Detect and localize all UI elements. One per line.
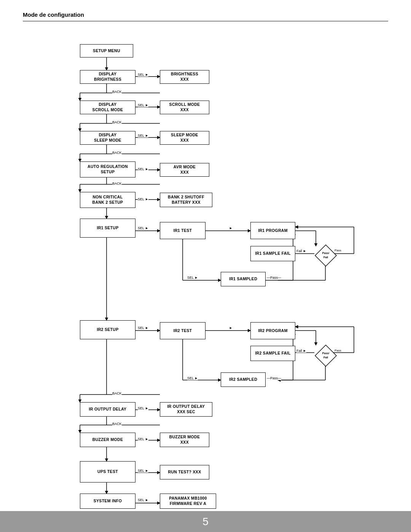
ups-test-box: UPS TEST xyxy=(80,461,135,482)
back-label-3: BACK xyxy=(112,151,122,155)
ir-output-delay-box: IR OUTPUT DELAY xyxy=(80,402,135,417)
flow-wrapper: SETUP MENU DISPLAY BRIGHTNESS BRIGHTNESS… xyxy=(42,37,369,516)
scroll-mode-xxx-box: SCROLL MODE XXX xyxy=(160,101,209,114)
pass-label-ir2: Pass xyxy=(335,349,341,352)
back-label-4: BACK xyxy=(112,182,122,185)
pass-label-ir1: Pass xyxy=(335,249,341,252)
svg-text:Pass/: Pass/ xyxy=(322,352,329,355)
system-info-box: SYSTEM INFO xyxy=(80,494,135,509)
sel-label-6: SEL ► xyxy=(138,226,148,230)
sel-label-5: SEL ► xyxy=(138,197,148,201)
sel-label-ir2-sampled: SEL ► xyxy=(187,376,198,380)
sel-label-3: SEL ► xyxy=(138,134,148,137)
sleep-mode-xxx-box: SLEEP MODE XXX xyxy=(160,131,209,145)
svg-marker-62 xyxy=(315,245,336,266)
back-label-1: BACK xyxy=(112,90,122,94)
display-scroll-box: DISPLAY SCROLL MODE xyxy=(80,101,135,114)
buzzer-mode-xxx-box: BUZZER MODE XXX xyxy=(160,433,209,447)
back-label-2: BACK xyxy=(112,120,122,124)
ir-output-delay-xxx-box: IR OUTPUT DELAY XXX SEC xyxy=(160,402,212,417)
run-test-xxx-box: RUN TEST? XXX xyxy=(160,465,209,479)
sel-label-1: SEL ► xyxy=(138,73,148,77)
svg-marker-65 xyxy=(315,345,336,366)
ir1-sample-fail-box: IR1 SAMPLE FAIL xyxy=(250,246,295,261)
sel-label-9: SEL ► xyxy=(138,437,148,441)
sel-label-8: SEL ► xyxy=(138,406,148,410)
ir1-sampled-box: IR1 SAMPLED xyxy=(221,272,266,286)
page-title: Mode de configuration xyxy=(23,11,388,18)
back-label-ir2: BACK xyxy=(112,391,122,395)
ir2-sampled-box: IR2 SAMPLED xyxy=(221,372,266,387)
ir1-program-box: IR1 PROGRAM xyxy=(250,222,295,239)
ir1-setup-box: IR1 SETUP xyxy=(80,219,135,238)
pass-arrow-ir2: —Pass— xyxy=(267,376,281,380)
page-header: Mode de configuration xyxy=(0,0,411,25)
panamax-box: PANAMAX MB1000 FIRMWARE REV A xyxy=(160,494,216,509)
back-label-5: BACK xyxy=(112,422,122,426)
display-sleep-box: DISPLAY SLEEP MODE xyxy=(80,131,135,145)
auto-regulation-box: AUTO REGULATION SETUP xyxy=(80,161,135,177)
display-brightness-box: DISPLAY BRIGHTNESS xyxy=(80,70,135,84)
diagram-area: SETUP MENU DISPLAY BRIGHTNESS BRIGHTNESS… xyxy=(0,25,411,524)
ir1-test-box: IR1 TEST xyxy=(160,222,206,239)
fail-label-ir1: Fail ► xyxy=(296,249,306,253)
page-number: 5 xyxy=(202,516,209,528)
arrow-label-ir1: ► xyxy=(229,226,233,230)
avr-mode-xxx-box: AVR MODE XXX xyxy=(160,163,209,177)
header-rule xyxy=(23,21,388,21)
ir2-program-box: IR2 PROGRAM xyxy=(250,322,295,339)
sel-label-ir1-sampled: SEL ► xyxy=(187,276,198,280)
ir1-diamond: Pass/ Fail xyxy=(314,244,337,267)
sel-label-4: SEL ► xyxy=(138,167,148,171)
ir2-sample-fail-box: IR2 SAMPLE FAIL xyxy=(250,346,295,361)
ir2-diamond: Pass/ Fail xyxy=(314,344,337,367)
pass-arrow-ir1: —Pass— xyxy=(267,276,281,280)
buzzer-mode-box: BUZZER MODE xyxy=(80,433,135,447)
ir2-test-box: IR2 TEST xyxy=(160,322,206,339)
sel-label-7: SEL ► xyxy=(138,326,148,330)
svg-text:Fail: Fail xyxy=(323,356,328,359)
setup-menu-box: SETUP MENU xyxy=(80,44,133,58)
bank2-shutoff-box: BANK 2 SHUTOFF BATTERY XXX xyxy=(160,193,212,207)
brightness-xxx-box: BRIGHTNESS XXX xyxy=(160,70,209,84)
svg-text:Pass/: Pass/ xyxy=(322,252,329,254)
page-number-bar: 5 xyxy=(0,511,411,532)
ir2-setup-box: IR2 SETUP xyxy=(80,320,135,339)
sel-label-2: SEL ► xyxy=(138,103,148,107)
arrow-label-ir2: ► xyxy=(229,326,233,330)
svg-text:Fail: Fail xyxy=(323,256,328,259)
sel-label-10: SEL ► xyxy=(138,469,148,473)
fail-label-ir2: Fail ► xyxy=(296,349,306,353)
sel-label-11: SEL ► xyxy=(138,498,148,502)
non-critical-box: NON CRITICAL BANK 2 SETUP xyxy=(80,192,135,208)
